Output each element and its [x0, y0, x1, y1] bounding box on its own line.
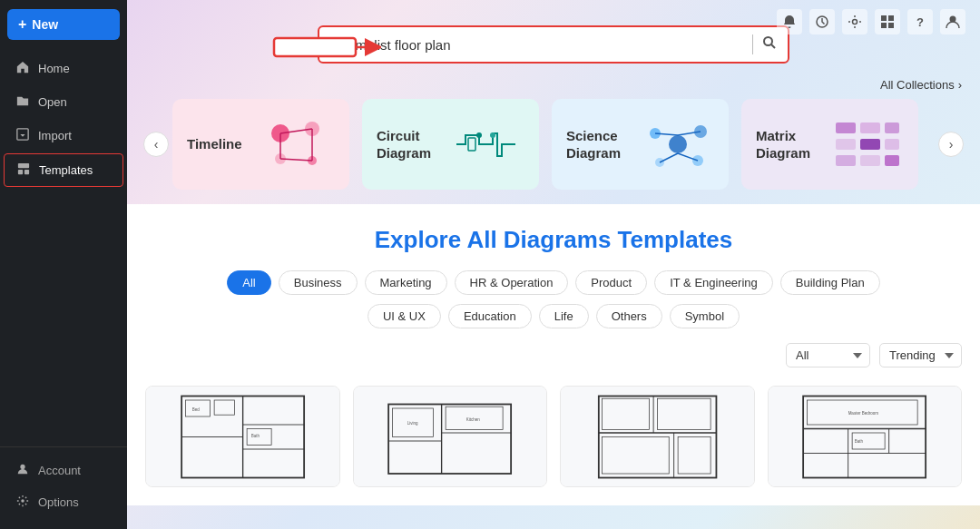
filter-others[interactable]: Others	[596, 304, 662, 328]
chevron-left-icon: ‹	[154, 137, 159, 152]
account-icon	[16, 463, 29, 478]
svg-point-5	[21, 499, 24, 503]
open-icon	[16, 94, 29, 110]
svg-rect-38	[885, 122, 899, 133]
sidebar-item-templates-label: Templates	[39, 163, 93, 177]
home-icon	[16, 61, 29, 76]
svg-rect-2	[18, 170, 23, 174]
sidebar-bottom: Account Options	[0, 446, 127, 529]
search-box	[318, 25, 789, 64]
sidebar-item-account-label: Account	[38, 464, 81, 477]
explore-section: Explore All Diagrams Templates All Busin…	[127, 204, 980, 505]
all-collections-label: All Collections	[880, 78, 955, 92]
template-card-1-img: Bed Bath	[146, 387, 339, 486]
svg-point-27	[669, 135, 687, 153]
carousel-card-science[interactable]: ScienceDiagram	[552, 99, 729, 190]
svg-rect-41	[885, 139, 899, 150]
svg-rect-69	[602, 436, 669, 474]
svg-text:Master Bedroom: Master Bedroom	[848, 411, 879, 416]
carousel-card-circuit[interactable]: CircuitDiagram	[362, 99, 539, 190]
svg-rect-26	[468, 138, 475, 151]
filter-hr[interactable]: HR & Operation	[455, 270, 569, 295]
svg-rect-67	[602, 398, 649, 429]
explore-title: Explore All Diagrams Templates	[145, 226, 962, 254]
topbar-right: ?	[762, 0, 980, 44]
svg-rect-55	[388, 404, 511, 474]
svg-rect-42	[836, 155, 856, 166]
help-icon[interactable]: ?	[907, 9, 933, 34]
svg-rect-71	[803, 396, 926, 477]
search-input[interactable]	[330, 37, 743, 53]
settings-icon[interactable]	[842, 9, 867, 34]
svg-rect-3	[24, 170, 29, 174]
svg-point-7	[853, 20, 858, 24]
new-button-label: New	[32, 17, 58, 32]
search-arrow-annotation	[272, 31, 381, 67]
user-avatar[interactable]	[940, 9, 965, 34]
filter-symbol[interactable]: Symbol	[670, 304, 740, 328]
filter-ui[interactable]: UI & UX	[368, 304, 441, 328]
svg-rect-39	[836, 139, 856, 150]
carousel-next-button[interactable]: ›	[938, 132, 964, 157]
new-button[interactable]: + New	[7, 9, 120, 40]
template-card-3-img	[561, 387, 754, 486]
notification-icon[interactable]	[777, 9, 802, 34]
all-collections-link[interactable]: All Collections ›	[880, 78, 962, 92]
order-select[interactable]: Trending Newest Popular	[879, 343, 962, 367]
science-illustration	[642, 113, 714, 176]
carousel-wrapper: ‹ Timeline	[127, 99, 980, 204]
clock-icon[interactable]	[809, 9, 835, 34]
svg-point-24	[476, 132, 482, 138]
chevron-right-icon-carousel: ›	[949, 137, 954, 152]
svg-rect-37	[860, 122, 880, 133]
svg-rect-11	[888, 23, 894, 28]
carousel-card-matrix-label: MatrixDiagram	[756, 127, 810, 162]
filter-it[interactable]: IT & Engineering	[654, 270, 773, 295]
template-card-4-img: Master Bedroom Bath	[769, 387, 962, 486]
filter-row-2: UI & UX Education Life Others Symbol	[145, 304, 962, 328]
templates-icon	[17, 162, 30, 178]
chevron-right-icon: ›	[958, 78, 962, 92]
filter-education[interactable]: Education	[448, 304, 532, 328]
carousel: Timeline CircuitDiagram	[127, 99, 980, 190]
filter-life[interactable]: Life	[539, 304, 589, 328]
template-card-2[interactable]: Living Kitchen	[353, 386, 548, 487]
filter-marketing[interactable]: Marketing	[365, 270, 447, 295]
sidebar-item-home[interactable]: Home	[4, 53, 123, 84]
template-grid: Bed Bath Living Kitchen	[145, 386, 962, 487]
carousel-card-matrix[interactable]: MatrixDiagram	[741, 99, 918, 190]
svg-rect-40	[860, 139, 880, 150]
carousel-prev-button[interactable]: ‹	[143, 132, 169, 157]
svg-rect-1	[18, 163, 29, 168]
matrix-illustration	[831, 113, 904, 176]
template-card-3[interactable]	[560, 386, 755, 487]
carousel-card-science-label: ScienceDiagram	[566, 127, 621, 162]
svg-rect-10	[881, 23, 887, 28]
svg-text:Bath: Bath	[250, 434, 260, 438]
grid-icon[interactable]	[875, 9, 900, 34]
timeline-illustration	[262, 113, 335, 176]
search-divider	[752, 34, 753, 54]
svg-rect-36	[836, 122, 856, 133]
carousel-card-timeline[interactable]: Timeline	[172, 99, 349, 190]
sidebar-item-import[interactable]: Import	[4, 120, 123, 152]
carousel-card-circuit-label: CircuitDiagram	[377, 127, 431, 162]
sidebar-item-account[interactable]: Account	[4, 455, 123, 486]
sidebar-item-templates[interactable]: Templates	[4, 153, 123, 187]
svg-point-4	[20, 465, 24, 469]
filter-all[interactable]: All	[227, 270, 270, 295]
filter-product[interactable]: Product	[575, 270, 647, 295]
template-card-4[interactable]: Master Bedroom Bath	[768, 386, 963, 487]
category-select[interactable]: All Business Personal	[786, 343, 870, 367]
sidebar-item-options-label: Options	[38, 495, 79, 509]
filter-building[interactable]: Building Plan	[780, 270, 880, 295]
explore-title-plain: Explore	[375, 226, 467, 253]
sidebar-item-open[interactable]: Open	[4, 86, 123, 118]
filter-business[interactable]: Business	[279, 270, 358, 295]
sidebar-nav: Home Open Import Templates	[0, 49, 127, 446]
template-card-1[interactable]: Bed Bath	[145, 386, 340, 487]
svg-rect-44	[885, 155, 899, 166]
sidebar-item-options[interactable]: Options	[4, 486, 123, 518]
carousel-card-timeline-label: Timeline	[187, 135, 242, 153]
import-icon	[16, 128, 29, 143]
